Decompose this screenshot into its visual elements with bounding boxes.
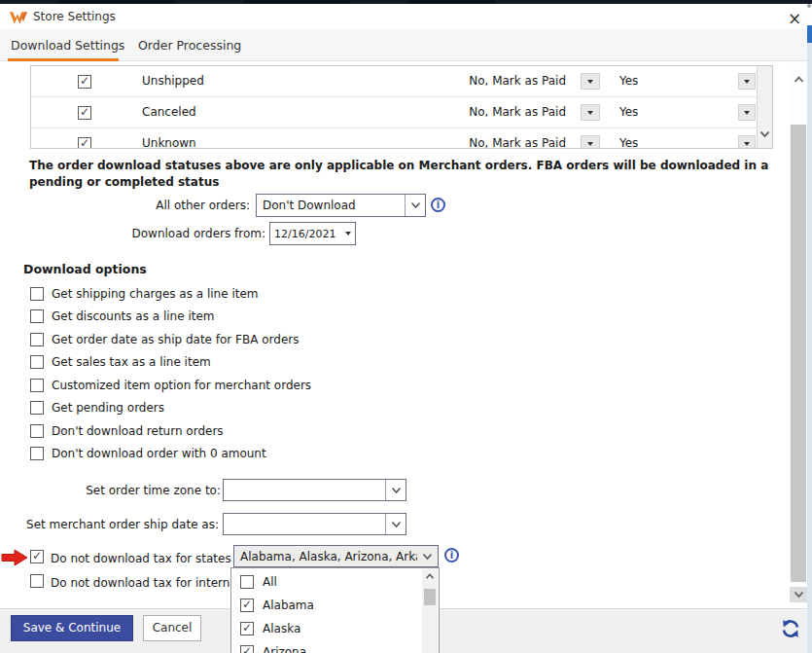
dialog-title: Store Settings	[33, 10, 116, 23]
state-checkbox[interactable]	[240, 645, 254, 653]
download-options-list: Get shipping charges as a line item Get …	[30, 282, 311, 465]
state-checkbox[interactable]	[240, 622, 254, 635]
caret-down-icon	[587, 111, 593, 115]
tax-states-multiselect[interactable]: Alabama, Alaska, Arizona, Arkan	[233, 545, 439, 567]
active-tab-underline	[8, 58, 119, 61]
info-icon[interactable]: i	[444, 548, 459, 562]
status-label: Canceled	[142, 105, 196, 119]
merchant-orders-notice: The order download statuses above are on…	[29, 158, 803, 191]
chevron-down-icon	[391, 521, 402, 528]
table-scrollbar[interactable]	[758, 66, 772, 148]
chevron-down-icon	[422, 553, 433, 561]
state-option[interactable]: Alabama	[231, 594, 422, 617]
table-row: Unshipped No, Mark as Paid Yes	[31, 66, 772, 97]
chevron-down-icon	[391, 487, 402, 494]
option-row: Don't download order with 0 amount	[30, 443, 311, 466]
option-checkbox[interactable]	[30, 401, 44, 415]
background-page-icon	[807, 4, 811, 8]
refresh-icon[interactable]	[780, 619, 801, 638]
download-value: Yes	[619, 136, 638, 149]
download-dropdown[interactable]	[738, 73, 756, 90]
dialog-scrollbar[interactable]	[790, 64, 807, 605]
info-icon[interactable]: i	[431, 198, 445, 212]
option-label: Get order date as ship date for FBA orde…	[52, 333, 300, 346]
chevron-down-icon	[410, 201, 421, 209]
caret-down-icon	[345, 232, 351, 236]
background-page-accent	[807, 25, 812, 43]
download-value: Yes	[619, 74, 638, 88]
tab-bar: Download Settings Order Processing	[0, 29, 807, 61]
option-checkbox[interactable]	[30, 333, 44, 346]
download-value: Yes	[619, 105, 638, 119]
all-other-orders-label: All other orders:	[39, 199, 250, 212]
state-option-all[interactable]: All	[231, 570, 422, 594]
state-option[interactable]: Arizona	[231, 640, 422, 653]
caret-down-icon	[587, 80, 593, 84]
store-settings-dialog: Store Settings × Download Settings Order…	[0, 0, 812, 653]
time-zone-select[interactable]	[223, 479, 406, 501]
status-checkbox[interactable]	[78, 106, 91, 120]
option-row: Get shipping charges as a line item	[30, 282, 311, 306]
payment-action-dropdown[interactable]	[581, 73, 600, 90]
order-status-table: Unshipped No, Mark as Paid Yes Canceled …	[30, 65, 773, 149]
payment-action-dropdown[interactable]	[581, 135, 600, 149]
option-checkbox[interactable]	[30, 447, 44, 460]
table-row: Unknown No, Mark as Paid Yes	[31, 128, 772, 149]
tax-states-label: Do not download tax for states :	[51, 552, 239, 565]
option-checkbox[interactable]	[30, 287, 44, 301]
ship-date-select[interactable]	[223, 513, 406, 535]
table-row: Canceled No, Mark as Paid Yes	[31, 97, 772, 128]
option-row: Customized item option for merchant orde…	[30, 374, 311, 397]
tax-states-value: Alabama, Alaska, Arizona, Arkan	[234, 550, 417, 563]
scrollbar-thumb[interactable]	[791, 125, 806, 582]
all-other-orders-value: Don't Download	[257, 199, 405, 212]
caret-down-icon	[587, 142, 593, 146]
scroll-up-button[interactable]	[790, 72, 807, 88]
option-checkbox[interactable]	[30, 309, 44, 323]
download-orders-from-datepicker[interactable]: 12/16/2021	[269, 222, 356, 245]
date-value: 12/16/2021	[274, 228, 335, 240]
option-row: Get order date as ship date for FBA orde…	[30, 328, 311, 351]
option-checkbox[interactable]	[30, 379, 44, 392]
status-label: Unknown	[142, 136, 196, 149]
status-checkbox[interactable]	[78, 75, 91, 89]
status-label: Unshipped	[142, 74, 204, 88]
download-dropdown[interactable]	[738, 104, 756, 121]
all-other-orders-select[interactable]: Don't Download	[256, 194, 426, 217]
option-label: Don't download return orders	[52, 424, 224, 438]
close-icon[interactable]: ×	[784, 8, 805, 29]
ship-date-label: Set merchant order ship date as:	[18, 518, 219, 531]
background-page-edge	[807, 4, 812, 653]
caret-down-icon	[744, 80, 750, 84]
states-dropdown-panel: All Alabama Alaska Arizona	[230, 567, 440, 653]
chevron-up-icon	[794, 76, 804, 84]
panel-scrollbar-thumb[interactable]	[424, 589, 436, 605]
option-row: Get sales tax as a line item	[30, 351, 311, 375]
tab-order-processing[interactable]: Order Processing	[138, 29, 241, 61]
download-dropdown[interactable]	[738, 135, 756, 149]
payment-action-dropdown[interactable]	[581, 104, 600, 121]
tab-download-settings[interactable]: Download Settings	[11, 29, 124, 61]
status-checkbox[interactable]	[78, 137, 91, 149]
scroll-down-button[interactable]	[790, 587, 807, 602]
tax-states-checkbox[interactable]	[30, 550, 44, 563]
webgility-logo-icon	[9, 10, 28, 26]
cancel-button[interactable]: Cancel	[143, 615, 201, 641]
option-checkbox[interactable]	[30, 355, 44, 369]
chevron-down-icon	[794, 591, 804, 599]
option-label: Customized item option for merchant orde…	[52, 379, 311, 392]
panel-scrollbar[interactable]	[422, 569, 438, 653]
save-continue-button[interactable]: Save & Continue	[11, 615, 133, 641]
option-label: Get discounts as a line item	[52, 309, 215, 323]
chevron-down-icon	[759, 130, 770, 138]
state-checkbox[interactable]	[240, 575, 254, 589]
option-row: Get discounts as a line item	[30, 306, 311, 329]
payment-action-value: No, Mark as Paid	[449, 74, 566, 88]
state-option[interactable]: Alaska	[231, 617, 422, 640]
tax-international-checkbox[interactable]	[30, 574, 44, 588]
payment-action-value: No, Mark as Paid	[449, 105, 566, 119]
state-checkbox[interactable]	[240, 599, 254, 612]
option-label: Get shipping charges as a line item	[52, 287, 259, 301]
option-label: Get pending orders	[52, 401, 164, 415]
option-checkbox[interactable]	[30, 424, 44, 438]
